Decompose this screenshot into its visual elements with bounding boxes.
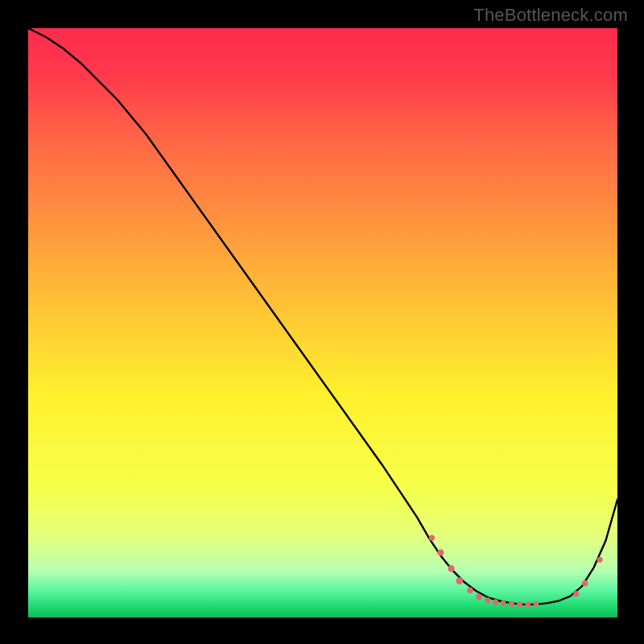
data-marker — [456, 577, 463, 584]
data-marker — [493, 599, 498, 605]
gradient-background — [28, 28, 617, 617]
data-marker — [509, 601, 514, 607]
data-marker — [525, 602, 530, 608]
data-marker — [448, 565, 454, 572]
data-marker — [437, 549, 444, 555]
chart-frame: TheBottleneck.com — [0, 0, 644, 644]
plot-area — [28, 28, 617, 617]
data-marker — [467, 588, 473, 594]
data-marker — [517, 602, 522, 608]
data-marker — [534, 601, 539, 607]
data-marker — [582, 580, 588, 587]
chart-svg — [28, 28, 617, 617]
watermark-text: TheBottleneck.com — [473, 5, 628, 26]
data-marker — [597, 557, 602, 563]
data-marker — [501, 601, 506, 606]
data-marker — [485, 597, 490, 603]
data-marker — [476, 594, 482, 601]
data-marker — [429, 535, 435, 541]
data-marker — [573, 591, 579, 597]
